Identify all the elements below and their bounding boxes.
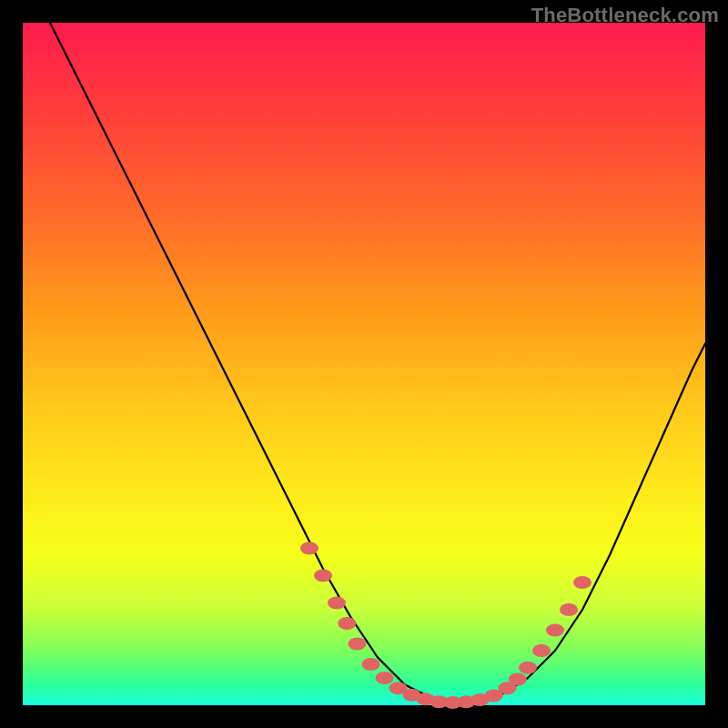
- curve-marker: [338, 617, 356, 630]
- watermark-text: TheBottleneck.com: [531, 4, 719, 27]
- curve-marker: [349, 638, 367, 651]
- curve-markers: [300, 542, 592, 710]
- curve-marker: [573, 576, 592, 589]
- curve-marker: [376, 672, 394, 684]
- plot-area: [23, 23, 705, 705]
- chart-frame: TheBottleneck.com: [0, 0, 728, 728]
- curve-marker: [546, 624, 564, 637]
- curve-marker: [519, 662, 537, 674]
- curve-marker: [314, 570, 332, 582]
- bottleneck-curve: [50, 23, 705, 703]
- curve-layer: [23, 23, 705, 705]
- curve-marker: [300, 542, 318, 555]
- curve-marker: [560, 603, 578, 616]
- curve-marker: [362, 658, 380, 671]
- curve-marker: [328, 597, 346, 610]
- curve-marker: [509, 673, 527, 686]
- curve-marker: [532, 644, 551, 657]
